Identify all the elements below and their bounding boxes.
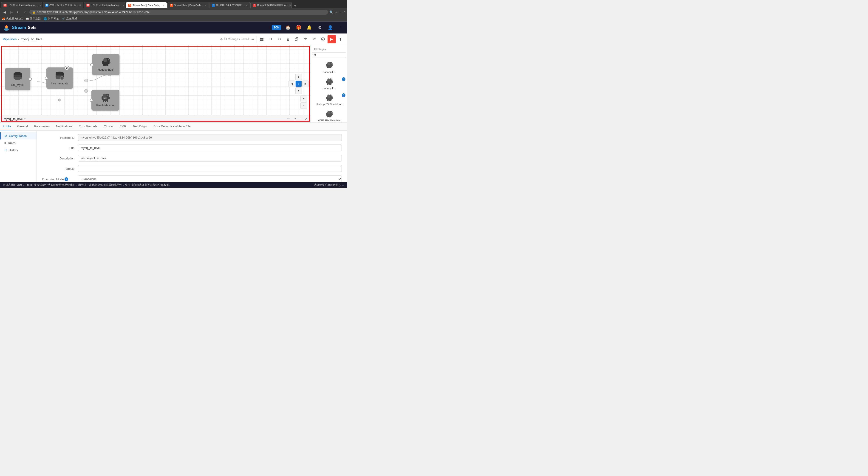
sch-badge[interactable]: SCH (272, 25, 281, 30)
stage-item-hadoop-fs-standalone[interactable]: Hadoop FS Standalone D (312, 93, 346, 108)
more-nav-button[interactable]: ⋮ (337, 24, 344, 31)
tab-general[interactable]: General (14, 123, 31, 130)
pipeline-canvas[interactable]: Src_Mysql (0, 45, 311, 123)
pipeline-id-input[interactable] (78, 134, 342, 141)
hamburger-menu-button[interactable]: ≡ (344, 10, 345, 14)
title-input[interactable] (78, 144, 342, 151)
tab-1[interactable]: C C 登录 - Cloudera Manag... × (1, 2, 42, 8)
node-hive-metadata[interactable]: hive metadata 1 2 (46, 67, 73, 89)
settings-nav-button[interactable]: ⚙ (316, 24, 323, 31)
tab-2-close[interactable]: × (79, 4, 81, 7)
title-label: Title (42, 144, 74, 150)
undo-button[interactable]: ↺ (267, 35, 275, 43)
execution-mode-help-icon[interactable]: ? (65, 177, 68, 181)
extensions-button[interactable]: ⋯ (339, 10, 342, 14)
tab-2[interactable]: C 在CDH5.14.4 中安装Str... × (43, 2, 83, 8)
svg-rect-60 (329, 100, 330, 101)
nav-rules[interactable]: ≡ Rules (0, 139, 36, 146)
search-button[interactable]: 🔍 (330, 10, 333, 14)
tab-5[interactable]: S StreamSets | Data Colle... × (167, 2, 209, 8)
canvas-bottom-help-button[interactable]: ? (292, 117, 297, 121)
tab-1-close[interactable]: × (39, 4, 41, 7)
tab-error-records[interactable]: Error Records (75, 123, 101, 130)
tab-6[interactable]: C 在CDH5.14.4 中安装Str... × (209, 2, 250, 8)
delete-button[interactable]: 🗑 (284, 35, 292, 43)
forward-button[interactable]: ▶ (9, 9, 14, 15)
node-hive-metastore[interactable]: HIVE Hive Metastore (91, 90, 119, 110)
tab-notifications[interactable]: Notifications (53, 123, 75, 130)
canvas-home-button[interactable]: ⌂ (296, 80, 302, 87)
logo-sets-text: Sets (28, 25, 36, 30)
nav-history[interactable]: ↺ History (0, 146, 36, 154)
execution-mode-select[interactable]: Standalone (78, 175, 342, 182)
tab-6-close[interactable]: × (246, 4, 247, 7)
node-src-mysql[interactable]: Src_Mysql (5, 68, 30, 90)
tab-test-origin[interactable]: Test Origin (129, 123, 150, 130)
bell-nav-button[interactable]: 🔔 (306, 24, 313, 31)
toolbar-more-button[interactable]: ••• (250, 37, 254, 41)
home-nav-button[interactable]: 🏠 (284, 24, 292, 31)
toolbar-separator-1 (256, 36, 257, 42)
tab-4-close[interactable]: × (163, 4, 164, 7)
grid-view-button[interactable] (258, 35, 266, 43)
tab-parameters[interactable]: Parameters (31, 123, 53, 130)
hive-metadata-input (45, 77, 48, 80)
canvas-bottom-minimize-button[interactable]: − (298, 117, 303, 121)
tab-5-favicon: S (170, 4, 173, 7)
zoom-in-button[interactable]: + (301, 95, 307, 102)
hadoop-icon (101, 58, 111, 66)
user-nav-button[interactable]: 👤 (327, 24, 334, 31)
preview-button[interactable]: 👁 (310, 35, 318, 43)
tab-3[interactable]: C C 登录 - Cloudera Manag... × (84, 2, 125, 8)
bookmark-4-label: 京东商城 (66, 17, 77, 21)
nav-configuration[interactable]: ⚙ Configuration (0, 132, 36, 139)
shuffle-button[interactable] (301, 35, 310, 43)
stage-item-hadoop-f2[interactable]: Hadoop F... D (312, 76, 346, 92)
hadoop-f2-badge: D (342, 77, 345, 81)
tab-4[interactable]: S StreamSets | Data Colle... × (126, 2, 167, 8)
tab-notifications-label: Notifications (56, 125, 72, 128)
home-button[interactable]: ⌂ (23, 9, 28, 15)
pipeline-bottom-dropdown-arrow[interactable]: ▼ (24, 118, 26, 121)
description-input[interactable] (78, 155, 342, 162)
streamsets-logo-icon (3, 24, 10, 31)
stage-item-hdfs-file-metadata[interactable]: HDFS File Metadata (312, 109, 346, 123)
stage-item-hadoop-fs[interactable]: Hadoop FS (312, 60, 346, 75)
address-text: node01.flyfish:18630/collector/pipeline/… (37, 10, 150, 14)
breadcrumb-pipelines[interactable]: Pipelines (3, 37, 17, 41)
validate-button[interactable] (319, 35, 327, 43)
bookmark-star-button[interactable]: ☆ (335, 10, 338, 14)
new-tab-button[interactable]: + (292, 3, 298, 8)
labels-input[interactable] (78, 165, 342, 172)
bookmark-3[interactable]: 🌐 常用网址 (44, 17, 59, 21)
bookmark-1[interactable]: 🦊 火狐官方站点 (2, 17, 23, 21)
bookmark-2-icon: 📖 (26, 17, 29, 21)
bookmark-2[interactable]: 📖 新手上路 (26, 17, 41, 21)
tab-3-close[interactable]: × (122, 4, 124, 7)
node-hadoop-hdfs[interactable]: Hadoop hdfs (92, 54, 119, 75)
canvas-left-button[interactable]: ◀ (288, 80, 295, 87)
tab-info[interactable]: ℹ Info (0, 123, 14, 130)
reload-button[interactable]: ↻ (16, 9, 21, 15)
canvas-right-button[interactable]: ▶ (302, 80, 309, 87)
duplicate-button[interactable] (292, 35, 301, 43)
tab-error-records-write[interactable]: Error Records - Write to File (150, 123, 194, 130)
back-button[interactable]: ◀ (2, 9, 7, 15)
tab-emr[interactable]: EMR (117, 123, 129, 130)
canvas-up-button[interactable]: ▲ (296, 74, 302, 80)
address-bar[interactable]: 🔒 node01.flyfish:18630/collector/pipelin… (29, 10, 328, 15)
bookmark-4[interactable]: 🛒 京东商城 (62, 17, 77, 21)
share-button[interactable] (336, 35, 344, 43)
redo-button[interactable]: ↻ (275, 35, 283, 43)
stages-search-input[interactable] (312, 52, 346, 58)
canvas-down-button[interactable]: ▼ (296, 88, 302, 94)
tab-7-close[interactable]: × (289, 4, 291, 7)
zoom-out-button[interactable]: − (301, 102, 307, 109)
tab-cluster[interactable]: Cluster (101, 123, 117, 130)
canvas-bottom-expand-button[interactable]: ⤢ (303, 117, 309, 121)
tab-7[interactable]: C C Impala实时刷新同步Hiv... × (250, 2, 292, 8)
canvas-bottom-more-button[interactable]: ••• (286, 117, 292, 121)
gift-nav-button[interactable]: 🎁 (295, 24, 302, 31)
tab-5-close[interactable]: × (205, 4, 206, 7)
play-button[interactable]: ▶ (328, 35, 336, 43)
